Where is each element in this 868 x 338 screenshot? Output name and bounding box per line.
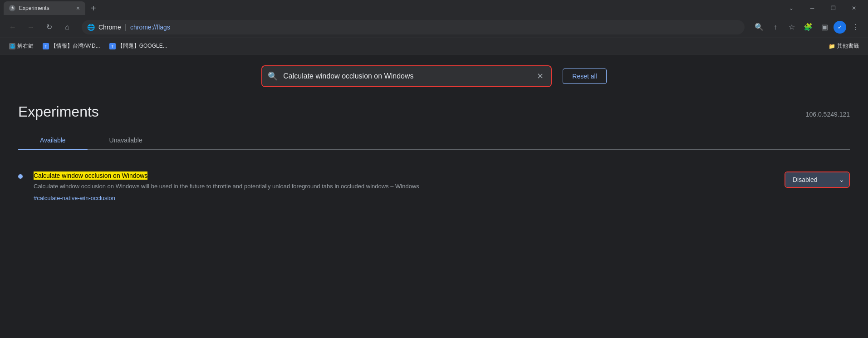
tab-close-button[interactable]: × <box>76 5 80 12</box>
bookmark-label-1: 解右鍵 <box>17 42 34 50</box>
close-button[interactable]: ✕ <box>843 1 864 15</box>
address-url: chrome://flags <box>130 24 170 31</box>
version-text: 106.0.5249.121 <box>806 111 850 118</box>
menu-button[interactable]: ⋮ <box>848 20 863 34</box>
other-bookmarks-icon: 📁 <box>829 43 835 49</box>
title-bar: ⚗ Experiments × + ⌄ ─ ❐ ✕ <box>0 0 868 16</box>
bookmark-item-3[interactable]: T 【問題】GOOGLE... <box>106 40 171 52</box>
search-area: 🔍 ✕ Reset all <box>0 54 868 96</box>
new-tab-button[interactable]: + <box>87 3 100 14</box>
search-box-wrapper: 🔍 ✕ <box>261 65 552 87</box>
window-controls: ⌄ ─ ❐ ✕ <box>781 1 864 15</box>
bookmark-label-2: 【情報】台灣AMD... <box>51 42 100 50</box>
profile-button[interactable]: ✓ <box>834 21 846 34</box>
flag-description: Calculate window occlusion on Windows wi… <box>34 182 774 191</box>
reload-button[interactable]: ↻ <box>42 20 56 34</box>
page-content: Experiments 106.0.5249.121 Available Una… <box>0 96 868 209</box>
tab-favicon: ⚗ <box>9 5 15 11</box>
search-box: 🔍 ✕ <box>262 66 551 86</box>
bookmark-icon-2: T <box>43 43 49 49</box>
address-bar[interactable]: 🌐 Chrome | chrome://flags <box>82 20 745 34</box>
bookmark-button[interactable]: ☆ <box>785 20 799 34</box>
bookmark-icon-3: T <box>109 43 116 49</box>
flag-details: Calculate window occlusion on Windows Ca… <box>34 171 774 202</box>
main-content: 🔍 ✕ Reset all Experiments 106.0.5249.121… <box>0 54 868 318</box>
tabs-container: Available Unavailable <box>18 131 850 150</box>
address-security-icon: 🌐 <box>87 24 95 31</box>
minimize-button[interactable]: ─ <box>802 1 823 15</box>
bookmark-icon-1: 🌐 <box>9 43 15 49</box>
bookmarks-bar-end: 📁 其他書籤 <box>825 40 863 52</box>
active-tab[interactable]: ⚗ Experiments × <box>4 1 85 15</box>
bookmark-item-2[interactable]: T 【情報】台灣AMD... <box>39 40 104 52</box>
extensions-button[interactable]: 🧩 <box>801 20 815 34</box>
bookmark-item-1[interactable]: 🌐 解右鍵 <box>5 40 37 52</box>
flag-link[interactable]: #calculate-native-win-occlusion <box>34 195 115 201</box>
tab-unavailable[interactable]: Unavailable <box>88 131 164 149</box>
flag-control-wrapper: Default Enabled Disabled ⌄ <box>785 171 850 188</box>
back-button[interactable]: ← <box>5 20 20 34</box>
search-clear-button[interactable]: ✕ <box>535 71 545 82</box>
nav-actions: 🔍 ↑ ☆ 🧩 ▣ ✓ ⋮ <box>752 20 863 34</box>
share-button[interactable]: ↑ <box>768 20 783 34</box>
nav-bar: ← → ↻ ⌂ 🌐 Chrome | chrome://flags 🔍 ↑ ☆ … <box>0 16 868 38</box>
flag-title-highlight: Calculate window occlusion on Windows <box>34 171 147 180</box>
dropdown-button[interactable]: ⌄ <box>781 1 802 15</box>
search-button[interactable]: 🔍 <box>752 20 766 34</box>
flag-select[interactable]: Default Enabled Disabled <box>785 172 849 187</box>
restore-button[interactable]: ❐ <box>823 1 843 15</box>
forward-button[interactable]: → <box>24 20 38 34</box>
tab-area: ⚗ Experiments × + <box>4 0 100 16</box>
other-bookmarks-label: 其他書籤 <box>837 42 859 50</box>
flag-title: Calculate window occlusion on Windows <box>34 172 147 179</box>
search-icon: 🔍 <box>268 71 278 81</box>
page-header: Experiments 106.0.5249.121 <box>18 96 850 131</box>
page-title: Experiments <box>18 103 99 120</box>
bookmarks-bar: 🌐 解右鍵 T 【情報】台灣AMD... T 【問題】GOOGLE... 📁 其… <box>0 38 868 54</box>
flag-item: Calculate window occlusion on Windows Ca… <box>18 164 850 209</box>
address-brand: Chrome <box>98 24 121 31</box>
bookmark-label-3: 【問題】GOOGLE... <box>118 42 167 50</box>
home-button[interactable]: ⌂ <box>60 20 74 34</box>
search-input[interactable] <box>283 72 529 80</box>
address-separator: | <box>125 23 127 31</box>
other-bookmarks[interactable]: 📁 其他書籤 <box>825 40 863 52</box>
tab-available[interactable]: Available <box>18 131 88 149</box>
sidebar-button[interactable]: ▣ <box>817 20 832 34</box>
flag-dot <box>18 174 23 179</box>
reset-all-button[interactable]: Reset all <box>563 69 606 84</box>
tab-title: Experiments <box>19 5 49 11</box>
